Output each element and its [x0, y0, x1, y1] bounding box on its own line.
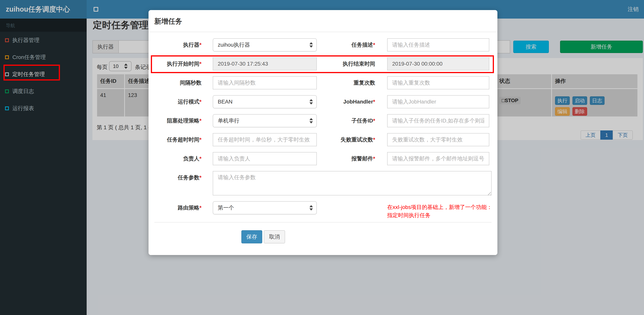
select-arrows-icon	[310, 42, 313, 48]
modal-footer-divider	[154, 222, 492, 222]
repeat-input[interactable]	[387, 76, 489, 89]
route-strategy-select[interactable]: 第一个	[213, 201, 317, 214]
select-arrows-icon	[310, 99, 313, 105]
field-label-block-strategy: 阻塞处理策略*	[148, 114, 202, 127]
task-param-textarea[interactable]	[213, 171, 492, 195]
modal-header: 新增任务	[148, 10, 498, 32]
jobhandler-input[interactable]	[387, 95, 489, 108]
executor-select[interactable]: zuihou执行器	[213, 38, 317, 52]
field-label-child-task: 子任务ID*	[319, 114, 375, 127]
field-label-owner: 负责人*	[148, 152, 202, 165]
retry-input[interactable]	[387, 133, 489, 146]
field-label-task-param: 任务参数*	[148, 171, 202, 184]
interval-input[interactable]	[213, 76, 317, 89]
timeout-input[interactable]	[213, 133, 317, 146]
page: zuihou任务调度中心 注销 导航 执行器管理 Cron任务管理 定时任务管理…	[0, 0, 644, 315]
owner-input[interactable]	[213, 152, 317, 165]
field-label-jobhandler: JobHandler*	[319, 95, 375, 108]
run-mode-select[interactable]: BEAN	[213, 95, 317, 108]
field-label-repeat: 重复次数	[319, 76, 375, 89]
alarm-email-input[interactable]	[387, 152, 489, 165]
block-strategy-select[interactable]: 单机串行	[213, 114, 317, 127]
select-arrows-icon	[310, 118, 313, 123]
cancel-button[interactable]: 取消	[264, 230, 285, 243]
field-label-run-mode: 运行模式*	[148, 95, 202, 108]
field-label-executor: 执行器*	[148, 38, 202, 52]
field-label-retry: 失败重试次数*	[319, 133, 375, 146]
annotation-rect-sidebar	[4, 65, 60, 81]
field-label-alarm-email: 报警邮件*	[319, 152, 375, 165]
field-label-task-desc: 任务描述*	[319, 38, 375, 52]
field-label-route-strategy: 路由策略*	[148, 201, 202, 214]
field-label-timeout: 任务超时时间*	[148, 133, 202, 146]
select-arrows-icon	[310, 205, 313, 210]
modal-title: 新增任务	[154, 17, 492, 26]
add-task-modal: 新增任务 执行器* zuihou执行器 任务描述* 执行开始时间* 执行结束时间…	[148, 10, 498, 255]
annotation-rect-time-row	[151, 55, 494, 73]
child-task-input[interactable]	[387, 114, 489, 127]
save-button[interactable]: 保存	[241, 230, 262, 243]
task-desc-input[interactable]	[387, 38, 489, 52]
modal-note: 在xxl-jobs项目的基础上，新增了一个功能： 指定时间执行任务	[387, 203, 492, 219]
field-label-interval: 间隔秒数	[148, 76, 202, 89]
